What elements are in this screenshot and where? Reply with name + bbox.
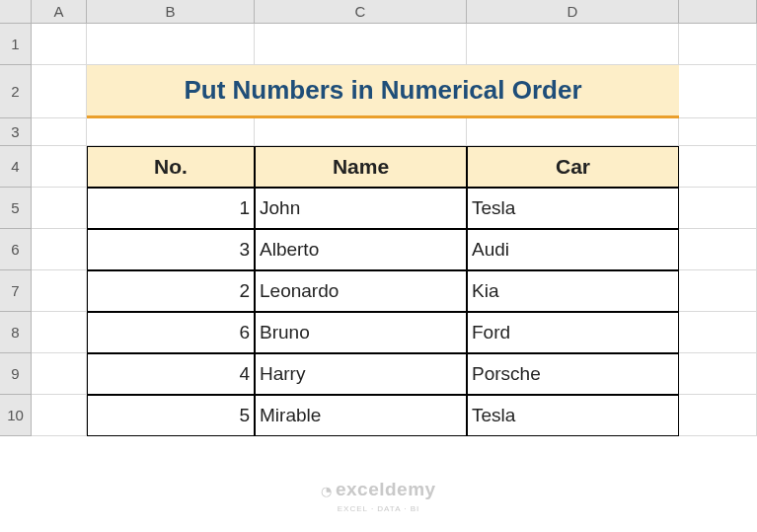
td-car[interactable]: Kia	[467, 270, 679, 312]
td-car[interactable]: Tesla	[467, 395, 679, 436]
col-header-d[interactable]: D	[467, 0, 679, 24]
select-all-corner[interactable]	[0, 0, 32, 24]
cell-e6[interactable]	[679, 229, 757, 270]
title-cell[interactable]: Put Numbers in Numerical Order	[87, 65, 679, 119]
row-header-1[interactable]: 1	[0, 24, 32, 65]
cell-e10[interactable]	[679, 395, 757, 436]
watermark: ◔ exceldemy EXCEL · DATA · BI	[321, 480, 435, 514]
cell-c1[interactable]	[255, 24, 467, 65]
td-name[interactable]: Leonardo	[255, 270, 467, 312]
td-car[interactable]: Tesla	[467, 188, 679, 229]
row-header-5[interactable]: 5	[0, 188, 32, 229]
row-header-3[interactable]: 3	[0, 118, 32, 146]
cell-a5[interactable]	[32, 188, 87, 229]
td-no[interactable]: 4	[87, 353, 255, 395]
col-header-c[interactable]: C	[255, 0, 467, 24]
td-name[interactable]: Alberto	[255, 229, 467, 270]
td-name[interactable]: Bruno	[255, 312, 467, 353]
td-no[interactable]: 2	[87, 270, 255, 312]
watermark-brand: exceldemy	[336, 479, 436, 499]
cell-e2[interactable]	[679, 65, 757, 118]
cell-b3[interactable]	[87, 118, 255, 146]
td-name[interactable]: Mirable	[255, 395, 467, 436]
col-header-extra[interactable]	[679, 0, 757, 24]
cell-c3[interactable]	[255, 118, 467, 146]
cell-e9[interactable]	[679, 353, 757, 395]
cell-a1[interactable]	[32, 24, 87, 65]
row-header-7[interactable]: 7	[0, 270, 32, 312]
cell-d1[interactable]	[467, 24, 679, 65]
cell-a7[interactable]	[32, 270, 87, 312]
td-no[interactable]: 1	[87, 188, 255, 229]
td-no[interactable]: 5	[87, 395, 255, 436]
row-header-4[interactable]: 4	[0, 146, 32, 188]
cell-a8[interactable]	[32, 312, 87, 353]
row-header-2[interactable]: 2	[0, 65, 32, 118]
td-name[interactable]: Harry	[255, 353, 467, 395]
th-name[interactable]: Name	[255, 146, 467, 188]
cell-e5[interactable]	[679, 188, 757, 229]
watermark-icon: ◔	[321, 484, 332, 498]
col-header-b[interactable]: B	[87, 0, 255, 24]
td-car[interactable]: Porsche	[467, 353, 679, 395]
th-car[interactable]: Car	[467, 146, 679, 188]
td-no[interactable]: 3	[87, 229, 255, 270]
cell-e3[interactable]	[679, 118, 757, 146]
cell-a9[interactable]	[32, 353, 87, 395]
cell-e1[interactable]	[679, 24, 757, 65]
cell-d3[interactable]	[467, 118, 679, 146]
cell-a10[interactable]	[32, 395, 87, 436]
row-header-6[interactable]: 6	[0, 229, 32, 270]
row-header-10[interactable]: 10	[0, 395, 32, 436]
cell-a3[interactable]	[32, 118, 87, 146]
cell-a4[interactable]	[32, 146, 87, 188]
cell-a6[interactable]	[32, 229, 87, 270]
td-name[interactable]: John	[255, 188, 467, 229]
row-header-8[interactable]: 8	[0, 312, 32, 353]
cell-a2[interactable]	[32, 65, 87, 118]
cell-e4[interactable]	[679, 146, 757, 188]
td-car[interactable]: Audi	[467, 229, 679, 270]
cell-b1[interactable]	[87, 24, 255, 65]
watermark-tag: EXCEL · DATA · BI	[338, 504, 420, 513]
td-car[interactable]: Ford	[467, 312, 679, 353]
cell-e8[interactable]	[679, 312, 757, 353]
row-header-9[interactable]: 9	[0, 353, 32, 395]
th-no[interactable]: No.	[87, 146, 255, 188]
td-no[interactable]: 6	[87, 312, 255, 353]
col-header-a[interactable]: A	[32, 0, 87, 24]
spreadsheet-grid: A B C D 1 2 Put Numbers in Numerical Ord…	[0, 0, 757, 436]
cell-e7[interactable]	[679, 270, 757, 312]
